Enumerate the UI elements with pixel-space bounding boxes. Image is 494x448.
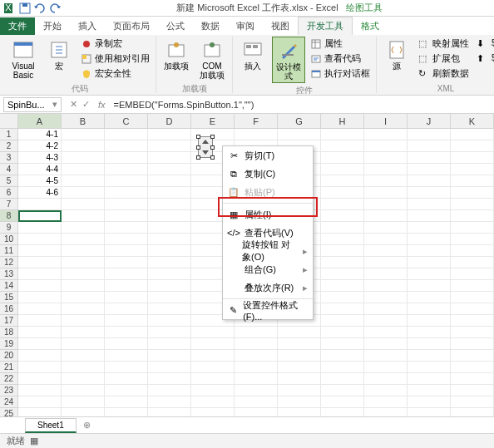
cell-G18[interactable] (278, 327, 321, 338)
cell-B5[interactable] (62, 175, 105, 187)
cell-H15[interactable] (321, 292, 364, 303)
cell-C10[interactable] (105, 234, 148, 245)
cell-A4[interactable]: 4-4 (18, 164, 62, 175)
tab-data[interactable]: 数据 (193, 17, 228, 35)
cell-K17[interactable] (451, 315, 494, 327)
cell-A21[interactable] (18, 362, 62, 373)
cell-I13[interactable] (364, 268, 408, 280)
row-header-17[interactable]: 17 (0, 315, 18, 327)
cell-F19[interactable] (235, 338, 278, 350)
cell-K23[interactable] (451, 385, 494, 396)
cell-C1[interactable] (105, 129, 148, 140)
cell-J4[interactable] (408, 164, 451, 175)
col-header-A[interactable]: A (18, 114, 62, 129)
row-header-6[interactable]: 6 (0, 187, 18, 199)
row-header-22[interactable]: 22 (0, 373, 18, 385)
ctx-cut[interactable]: ✂剪切(T) (223, 146, 313, 165)
cell-C20[interactable] (105, 350, 148, 362)
row-header-12[interactable]: 12 (0, 257, 18, 268)
cell-A23[interactable] (18, 385, 62, 396)
cell-A10[interactable] (18, 234, 62, 245)
redo-icon[interactable] (48, 2, 62, 15)
cell-I16[interactable] (364, 303, 408, 315)
cell-D12[interactable] (148, 257, 191, 268)
cell-D7[interactable] (148, 199, 191, 210)
cell-K1[interactable] (451, 129, 494, 140)
cell-K10[interactable] (451, 234, 494, 245)
col-header-G[interactable]: G (278, 114, 321, 129)
cell-K21[interactable] (451, 362, 494, 373)
ctx-order[interactable]: 叠放次序(R)▸ (223, 278, 313, 297)
row-header-16[interactable]: 16 (0, 303, 18, 315)
cell-A7[interactable] (18, 199, 62, 210)
tab-file[interactable]: 文件 (0, 17, 35, 35)
col-header-C[interactable]: C (105, 114, 148, 129)
cell-J17[interactable] (408, 315, 451, 327)
cell-J16[interactable] (408, 303, 451, 315)
cell-H19[interactable] (321, 338, 364, 350)
cell-D20[interactable] (148, 350, 191, 362)
cell-A13[interactable] (18, 268, 62, 280)
export-button[interactable]: ⬆导出 (474, 52, 494, 66)
cell-B13[interactable] (62, 268, 105, 280)
fx-icon[interactable]: fx (95, 100, 109, 110)
cell-K5[interactable] (451, 175, 494, 187)
cell-I1[interactable] (364, 129, 408, 140)
col-header-E[interactable]: E (191, 114, 235, 129)
cell-I6[interactable] (364, 187, 408, 199)
cell-C7[interactable] (105, 199, 148, 210)
row-header-14[interactable]: 14 (0, 280, 18, 292)
tab-formula[interactable]: 公式 (158, 17, 193, 35)
cell-I21[interactable] (364, 362, 408, 373)
design-mode-button[interactable]: 设计模式 (272, 37, 305, 83)
cell-B9[interactable] (62, 222, 105, 234)
col-header-H[interactable]: H (321, 114, 364, 129)
cell-H5[interactable] (321, 175, 364, 187)
cell-J18[interactable] (408, 327, 451, 338)
cell-K13[interactable] (451, 268, 494, 280)
addins-button[interactable]: 加载项 (160, 37, 193, 72)
cell-F24[interactable] (235, 396, 278, 408)
sheet-tab-1[interactable]: Sheet1 (25, 418, 77, 433)
cell-C12[interactable] (105, 257, 148, 268)
cell-I24[interactable] (364, 396, 408, 408)
cell-D16[interactable] (148, 303, 191, 315)
cell-H13[interactable] (321, 268, 364, 280)
cell-C19[interactable] (105, 338, 148, 350)
cell-K2[interactable] (451, 140, 494, 152)
view-code-button[interactable]: 查看代码 (308, 52, 373, 66)
cell-A19[interactable] (18, 338, 62, 350)
cell-H4[interactable] (321, 164, 364, 175)
cell-K19[interactable] (451, 338, 494, 350)
cell-D1[interactable] (148, 129, 191, 140)
cell-D11[interactable] (148, 245, 191, 257)
cell-H3[interactable] (321, 152, 364, 164)
cell-B24[interactable] (62, 396, 105, 408)
cell-A20[interactable] (18, 350, 62, 362)
cell-J20[interactable] (408, 350, 451, 362)
map-props-button[interactable]: ⬚映射属性 (416, 37, 472, 51)
row-header-11[interactable]: 11 (0, 245, 18, 257)
ctx-spin-object[interactable]: 旋转按钮 对象(O)▸ (223, 242, 313, 260)
cell-E18[interactable] (191, 327, 235, 338)
row-header-10[interactable]: 10 (0, 234, 18, 245)
cell-J8[interactable] (408, 210, 451, 222)
properties-button[interactable]: 属性 (308, 37, 373, 51)
cell-C17[interactable] (105, 315, 148, 327)
cell-C2[interactable] (105, 140, 148, 152)
ctx-format-control[interactable]: ✎设置控件格式(F)... (223, 301, 313, 319)
cell-D18[interactable] (148, 327, 191, 338)
row-header-4[interactable]: 4 (0, 164, 18, 175)
cell-K22[interactable] (451, 373, 494, 385)
cell-C11[interactable] (105, 245, 148, 257)
tab-insert[interactable]: 插入 (70, 17, 105, 35)
cell-G19[interactable] (278, 338, 321, 350)
cell-D22[interactable] (148, 373, 191, 385)
row-header-20[interactable]: 20 (0, 350, 18, 362)
cell-B8[interactable] (62, 210, 105, 222)
cell-J12[interactable] (408, 257, 451, 268)
cell-B6[interactable] (62, 187, 105, 199)
cell-J10[interactable] (408, 234, 451, 245)
cell-E19[interactable] (191, 338, 235, 350)
cell-H20[interactable] (321, 350, 364, 362)
